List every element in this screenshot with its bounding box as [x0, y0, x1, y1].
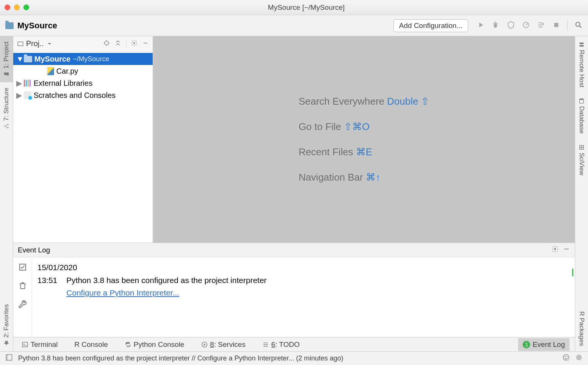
tree-item-name: External Libraries [34, 79, 93, 88]
hector-icon[interactable] [562, 354, 570, 363]
toolwindow-tab-label: 7: Structure [3, 88, 10, 121]
mark-read-icon[interactable] [18, 263, 27, 273]
tree-item-path: ~/MySource [73, 55, 110, 63]
hide-icon[interactable] [142, 40, 149, 48]
toolwindow-tab-todo[interactable]: 6: TODO [259, 338, 303, 351]
toolwindow-tab-r-packages[interactable]: R Packages [575, 306, 588, 351]
welcome-hints: Search Everywhere Double ⇧ Go to File ⇧⌘… [299, 96, 429, 183]
project-tool-window: Proj.. ▼ MySource ~/MySource [13, 36, 153, 243]
wrench-icon[interactable] [18, 300, 27, 310]
structure-icon [3, 123, 9, 129]
editor-empty-state: Search Everywhere Double ⇧ Go to File ⇧⌘… [153, 36, 575, 243]
toolbar-separator [567, 20, 568, 31]
tab-label: 6: TODO [271, 340, 300, 349]
toolwindow-tab-terminal[interactable]: Terminal [19, 338, 61, 351]
svg-rect-11 [564, 249, 569, 249]
debug-icon[interactable] [492, 21, 500, 30]
toolwindow-tab-r-console[interactable]: R Console [71, 338, 111, 351]
svg-point-8 [133, 42, 135, 44]
run-icon[interactable] [477, 21, 485, 30]
trash-icon[interactable] [18, 281, 27, 291]
locate-icon[interactable] [103, 40, 110, 48]
navigation-toolbar: MySource Add Configuration... [0, 15, 588, 36]
toolwindow-tab-project[interactable]: 1: Project [0, 36, 13, 82]
hint-shortcut: ⌘E [356, 146, 372, 158]
svg-point-21 [566, 356, 568, 357]
left-toolwindow-stripe: 1: Project 7: Structure 2: Favorites [0, 36, 13, 351]
svg-point-7 [105, 41, 109, 45]
bottom-toolwindow-bar: Terminal R Console Python Console 8: Ser… [13, 337, 575, 351]
python-file-icon [47, 67, 54, 75]
event-log-content[interactable]: 15/01/2020 13:51 Python 3.8 has been con… [32, 257, 575, 337]
svg-point-20 [565, 356, 566, 357]
event-message: Python 3.8 has been configured as the pr… [67, 274, 267, 287]
hint-navigation-bar: Navigation Bar ⌘↑ [299, 172, 429, 183]
tree-file-item[interactable]: Car.py [13, 65, 153, 77]
tree-scratches[interactable]: ▶ Scratches and Consoles [13, 89, 153, 101]
maximize-icon[interactable] [23, 5, 29, 10]
event-log-gutter [13, 257, 32, 337]
breadcrumb-project[interactable]: MySource [17, 21, 57, 31]
scratch-icon [24, 91, 31, 99]
hint-label: Recent Files [299, 146, 353, 158]
settings-icon[interactable] [551, 245, 559, 255]
tab-label: 8: Services [210, 340, 246, 349]
chevron-right-icon[interactable]: ▶ [16, 79, 22, 88]
event-log-title: Event Log [18, 246, 50, 254]
search-icon[interactable] [574, 21, 583, 30]
library-icon [24, 80, 31, 87]
separator [126, 40, 126, 48]
folder-icon [24, 56, 32, 62]
toolwindow-tab-structure[interactable]: 7: Structure [0, 82, 13, 135]
project-tree[interactable]: ▼ MySource ~/MySource Car.py ▶ External … [13, 51, 153, 103]
tree-project-root[interactable]: ▼ MySource ~/MySource [13, 53, 153, 65]
memory-indicator-icon[interactable] [575, 354, 583, 363]
add-configuration-button[interactable]: Add Configuration... [393, 19, 468, 32]
stop-icon[interactable] [552, 21, 560, 30]
center-column: Proj.. ▼ MySource ~/MySource [13, 36, 575, 351]
hint-label: Search Everywhere [299, 96, 384, 107]
event-log-header: Event Log [13, 243, 575, 257]
project-view-selector[interactable]: Proj.. [17, 39, 53, 48]
toolwindow-tab-favorites[interactable]: 2: Favorites [0, 299, 13, 351]
tree-item-name: MySource [34, 55, 71, 63]
svg-rect-18 [6, 355, 8, 360]
toolwindow-tab-remote-host[interactable]: Remote Host [575, 36, 588, 93]
hide-icon[interactable] [563, 245, 570, 255]
hint-recent-files: Recent Files ⌘E [299, 146, 429, 158]
tree-external-libraries[interactable]: ▶ External Libraries [13, 77, 153, 89]
run-toolbar [477, 20, 583, 31]
toolwindow-tab-database[interactable]: Database [575, 93, 588, 139]
attach-icon[interactable] [537, 21, 545, 30]
event-log-panel: Event Log 15/01/2020 13:51 Python 3.8 ha… [13, 243, 575, 337]
hint-shortcut: Double ⇧ [387, 96, 429, 107]
collapse-all-icon[interactable] [115, 40, 121, 48]
settings-icon[interactable] [131, 40, 138, 48]
svg-rect-1 [554, 23, 559, 27]
right-toolwindow-stripe: Remote Host Database SciView R Packages [575, 36, 588, 351]
hint-shortcut: ⇧⌘O [344, 121, 370, 132]
toolwindow-tab-services[interactable]: 8: Services [198, 338, 249, 351]
event-count-badge: 1 [523, 341, 530, 348]
coverage-icon[interactable] [507, 21, 515, 30]
minimize-icon[interactable] [14, 5, 20, 10]
view-icon [17, 40, 24, 47]
svg-rect-4 [8, 124, 9, 125]
toolwindow-tab-python-console[interactable]: Python Console [122, 338, 187, 351]
profile-icon[interactable] [522, 21, 530, 30]
close-icon[interactable] [5, 5, 10, 10]
chevron-right-icon[interactable]: ▶ [16, 91, 22, 100]
star-icon [3, 340, 9, 346]
project-view-label: Proj.. [26, 39, 44, 48]
window-title: MySource [~/MySource] [29, 3, 583, 12]
editor-row: Proj.. ▼ MySource ~/MySource [13, 36, 575, 243]
tree-item-name: Car.py [56, 67, 78, 76]
project-pane-header: Proj.. [13, 36, 153, 51]
toolwindow-tab-event-log[interactable]: 1 Event Log [518, 338, 569, 351]
tab-label: Event Log [532, 340, 565, 349]
toolwindows-icon[interactable] [5, 354, 13, 363]
chevron-down-icon[interactable]: ▼ [16, 55, 22, 63]
hint-search-everywhere: Search Everywhere Double ⇧ [299, 96, 429, 107]
configure-interpreter-link[interactable]: Configure a Python Interpreter... [67, 286, 179, 299]
toolwindow-tab-sciview[interactable]: SciView [575, 139, 588, 181]
